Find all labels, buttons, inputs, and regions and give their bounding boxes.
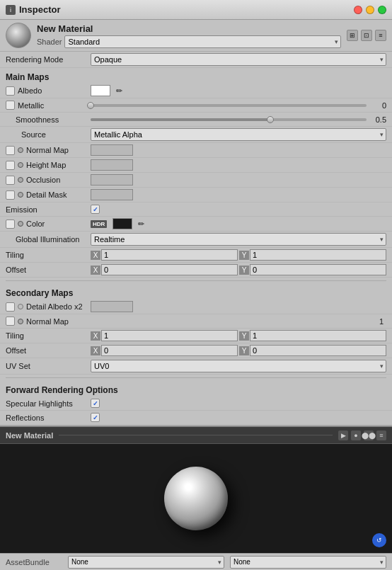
albedo-label-area: Albedo: [6, 86, 91, 96]
detail-albedo-dot: [18, 304, 23, 309]
normal-map-2-checkbox[interactable]: [6, 317, 15, 326]
tiling-1-value: X Y: [91, 249, 386, 261]
asset-select-2[interactable]: None: [230, 556, 386, 569]
material-header: New Material Shader Standard ⊞ ⊡ ≡: [0, 20, 392, 52]
preview-badge: ↺: [372, 533, 386, 547]
offset-1-x-input[interactable]: [101, 264, 238, 275]
detail-albedo-checkbox[interactable]: [6, 302, 15, 312]
albedo-checkbox[interactable]: [6, 86, 15, 96]
emission-color-swatch[interactable]: [113, 218, 132, 229]
tiling-2-label: Tiling: [6, 331, 91, 340]
reflections-checkbox[interactable]: [91, 413, 100, 422]
offset-2-x-input[interactable]: [101, 345, 238, 356]
play-icon: ▶: [341, 432, 346, 439]
albedo-row: Albedo ✏: [0, 84, 392, 98]
detail-albedo-row: Detail Albedo x2: [0, 300, 392, 314]
metallic-slider-value: 0: [369, 101, 386, 110]
metallic-slider-container: 0: [91, 101, 386, 110]
dot-icon: ●: [354, 432, 357, 439]
height-map-thumb[interactable]: [91, 159, 133, 171]
maximize-button[interactable]: [378, 6, 386, 14]
gi-select[interactable]: Realtime: [91, 233, 386, 246]
specular-highlights-label: Specular Highlights: [6, 399, 91, 408]
dots-icon: ⬤⬤: [362, 432, 376, 439]
smoothness-slider-value: 0.5: [369, 115, 386, 124]
material-info: New Material Shader Standard: [37, 23, 341, 48]
offset-1-y-input[interactable]: [250, 264, 386, 275]
material-icon-btn-1[interactable]: ⊞: [347, 30, 358, 41]
shader-label: Shader: [37, 38, 62, 46]
emission-edit-icon[interactable]: ✏: [138, 220, 144, 229]
offset-2-x-field: X: [91, 345, 238, 356]
preview-dots-btn[interactable]: ⬤⬤: [364, 431, 374, 440]
inspector-content: Rendering Mode Opaque Main Maps Albedo ✏: [0, 52, 392, 426]
preview-dot-btn[interactable]: ●: [351, 431, 361, 440]
preview-sphere: [164, 467, 228, 530]
source-label: Source: [6, 130, 46, 139]
detail-albedo-thumb[interactable]: [91, 301, 133, 312]
offset-1-value: X Y: [91, 264, 386, 275]
reflections-label: Reflections: [6, 414, 91, 422]
height-map-checkbox[interactable]: [6, 161, 15, 170]
metallic-slider-thumb[interactable]: [87, 102, 94, 109]
gi-select-wrapper: Realtime: [91, 233, 386, 246]
occlusion-value: [91, 174, 386, 186]
asset-select-2-wrapper: None: [230, 556, 386, 569]
smoothness-label: Smoothness: [6, 115, 59, 124]
smoothness-slider-track[interactable]: [91, 118, 367, 121]
source-select[interactable]: Metallic Alpha: [91, 128, 386, 141]
minimize-button[interactable]: [366, 6, 374, 14]
albedo-edit-icon[interactable]: ✏: [116, 86, 122, 96]
height-map-label: Height Map: [26, 161, 66, 169]
metallic-slider-track[interactable]: [91, 104, 367, 107]
detail-mask-checkbox[interactable]: [6, 190, 15, 200]
albedo-color-swatch[interactable]: [91, 85, 110, 96]
specular-highlights-checkbox[interactable]: [91, 399, 100, 408]
preview-play-btn[interactable]: ▶: [338, 431, 348, 440]
tiling-2-x-input[interactable]: [101, 330, 238, 341]
offset-2-y-input[interactable]: [250, 345, 386, 356]
occlusion-thumb[interactable]: [91, 174, 133, 186]
emission-checkbox[interactable]: [91, 205, 100, 214]
secondary-maps-label: Secondary Maps: [6, 288, 91, 298]
global-illumination-label: Global Illumination: [6, 235, 91, 244]
offset-1-label: Offset: [6, 266, 91, 274]
metallic-value: 0: [91, 101, 386, 110]
detail-mask-thumb[interactable]: [91, 189, 133, 200]
uv-set-select[interactable]: UV0: [91, 360, 386, 372]
metallic-row: Metallic 0: [0, 98, 392, 113]
preview-menu-btn[interactable]: ≡: [376, 431, 386, 440]
material-icon-btn-3[interactable]: ≡: [375, 30, 386, 41]
offset-2-xy: X Y: [91, 345, 386, 356]
asset-select-1[interactable]: None: [68, 556, 224, 569]
close-button[interactable]: [354, 6, 362, 14]
emission-color-label-area: Color: [6, 220, 91, 229]
forward-rendering-label: Forward Rendering Options: [6, 385, 118, 395]
albedo-label: Albedo: [18, 86, 42, 95]
emission-color-checkbox[interactable]: [6, 220, 15, 229]
secondary-maps-header: Secondary Maps: [0, 284, 392, 300]
emission-color-label: Color: [26, 220, 45, 228]
smoothness-slider-thumb[interactable]: [267, 116, 274, 123]
normal-map-thumb[interactable]: [91, 144, 133, 156]
shader-select[interactable]: Standard: [64, 35, 341, 48]
metallic-checkbox[interactable]: [6, 101, 15, 110]
tiling-2-y-input[interactable]: [250, 330, 386, 341]
normal-map-checkbox[interactable]: [6, 146, 15, 155]
tiling-1-y-label: Y: [239, 251, 249, 260]
offset-2-label: Offset: [6, 346, 91, 355]
occlusion-checkbox[interactable]: [6, 176, 15, 185]
preview-title: New Material: [6, 431, 53, 440]
material-icon-btn-2[interactable]: ⊡: [361, 30, 372, 41]
normal-map-row: Normal Map: [0, 143, 392, 158]
preview-panel: New Material ▶ ● ⬤⬤ ≡ ↺: [0, 426, 392, 553]
specular-highlights-value: [91, 399, 386, 408]
offset-1-x-label: X: [91, 266, 100, 275]
occlusion-row: Occlusion: [0, 173, 392, 188]
tiling-1-y-input[interactable]: [250, 249, 386, 261]
reflections-value: [91, 413, 386, 422]
tiling-1-x-input[interactable]: [101, 249, 238, 261]
offset-1-y-field: Y: [239, 264, 386, 275]
hdr-badge: HDR: [91, 220, 107, 228]
rendering-mode-select[interactable]: Opaque: [91, 53, 386, 66]
